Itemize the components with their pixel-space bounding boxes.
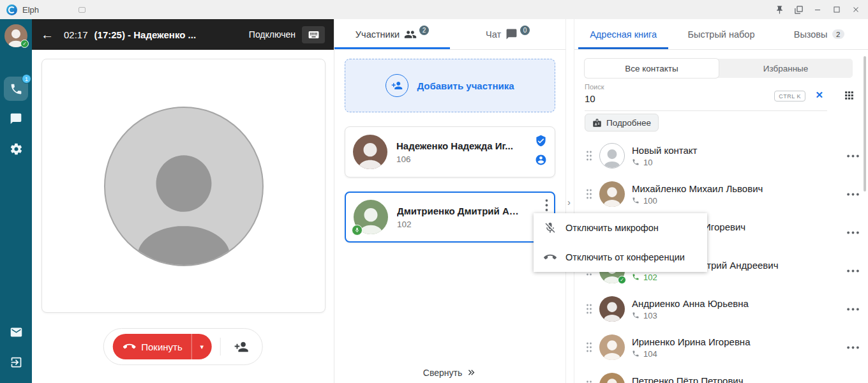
tab-participants-label: Участники	[355, 29, 400, 40]
back-arrow-icon[interactable]: ←	[41, 28, 54, 41]
person-add-icon	[234, 340, 248, 354]
expand-panel-arrow-icon[interactable]: ›	[567, 197, 571, 207]
add-participant-button[interactable]	[229, 334, 253, 359]
call-end-icon	[544, 251, 557, 264]
participants-count-badge: 2	[419, 26, 429, 35]
drag-handle-icon[interactable]	[586, 303, 592, 315]
contact-row[interactable]: Михайленко Михаил Львович 100	[574, 175, 868, 213]
contact-menu-dots-icon[interactable]	[847, 154, 859, 158]
overlay-window-icon[interactable]	[789, 0, 808, 19]
hangup-icon	[123, 340, 135, 353]
collapse-panel-button[interactable]: Свернуть	[334, 367, 565, 378]
phone-icon	[632, 197, 640, 204]
maximize-button[interactable]	[827, 0, 846, 19]
contact-name: Андриенко Анна Юрьевна	[632, 298, 840, 309]
account-circle-icon[interactable]	[535, 154, 547, 166]
calls-tab-badge: 2	[832, 29, 844, 39]
keyboard-icon	[308, 29, 320, 41]
participant-menu-dots-icon[interactable]	[545, 199, 548, 211]
address-book-tabs: Адресная книга Быстрый набор Вызовы 2	[574, 19, 868, 50]
tab-address-book-label: Адресная книга	[590, 29, 657, 40]
drag-handle-icon[interactable]	[586, 150, 592, 161]
contact-row[interactable]: Андриенко Анна Юрьевна 103	[574, 290, 868, 328]
moderator-shield-icon[interactable]	[535, 135, 547, 147]
dialpad-grid-icon[interactable]	[843, 89, 855, 101]
contact-name: Новый контакт	[632, 145, 840, 156]
app-title: Elph	[22, 5, 39, 15]
leave-call-button[interactable]: Покинуть ▾	[112, 334, 212, 359]
contact-avatar	[599, 143, 625, 169]
contact-number: 100	[632, 196, 840, 206]
segment-favorites[interactable]: Избранные	[719, 59, 853, 78]
participant-card[interactable]: Надеженко Надежда Иг... 106	[345, 126, 555, 177]
phone-icon	[632, 350, 640, 357]
menu-item-mute-mic[interactable]: Отключить микрофон	[534, 213, 707, 243]
leave-options-chevron-icon[interactable]: ▾	[191, 334, 212, 359]
leave-call-label: Покинуть	[141, 342, 183, 352]
sidebar: ✓ 1	[0, 19, 32, 383]
menu-item-disconnect[interactable]: Отключить от конференции	[534, 243, 707, 272]
tab-address-book[interactable]: Адресная книга	[574, 19, 672, 49]
participant-card[interactable]: Дмитриенко Дмитрий Ан... 102	[345, 192, 555, 243]
contact-menu-dots-icon[interactable]	[847, 346, 859, 349]
contact-menu-dots-icon[interactable]	[847, 193, 859, 196]
contact-row[interactable]: Новый контакт 10	[574, 137, 868, 175]
segment-all-contacts[interactable]: Все контакты	[585, 59, 719, 78]
contact-number: 103	[632, 311, 840, 320]
tab-chat[interactable]: Чат 0	[450, 19, 565, 49]
search-input[interactable]: Поиск 10 CTRL K ✕	[585, 83, 827, 111]
participants-tabs: Участники 2 Чат 0	[334, 19, 565, 50]
contact-menu-dots-icon[interactable]	[847, 308, 859, 311]
keyboard-button[interactable]	[302, 26, 325, 43]
user-avatar[interactable]: ✓	[4, 24, 27, 47]
sidebar-item-calls[interactable]: 1	[4, 77, 28, 101]
chat-icon	[10, 112, 22, 125]
contact-menu-dots-icon[interactable]	[847, 269, 859, 273]
calls-count-badge: 1	[22, 74, 31, 84]
scrollbar-thumb[interactable]	[864, 56, 866, 192]
contact-avatar	[599, 296, 625, 322]
sidebar-item-logout[interactable]	[4, 350, 28, 374]
add-participant-dropzone[interactable]: Добавить участника	[345, 59, 555, 112]
pin-icon[interactable]	[770, 0, 789, 19]
segment-favorites-label: Избранные	[763, 64, 809, 73]
drag-handle-icon[interactable]	[586, 342, 592, 353]
contact-card-icon	[592, 118, 602, 128]
sidebar-item-chat[interactable]	[4, 107, 28, 131]
tab-speed-dial[interactable]: Быстрый набор	[672, 19, 770, 49]
sidebar-item-mail[interactable]	[4, 320, 28, 344]
mic-off-icon	[544, 222, 557, 234]
tab-calls[interactable]: Вызовы 2	[770, 19, 868, 49]
call-status: Подключен	[249, 29, 296, 40]
controls-divider	[220, 338, 221, 356]
participant-number: 106	[396, 154, 513, 164]
details-button[interactable]: Подробнее	[585, 114, 659, 131]
app-logo-icon	[6, 4, 17, 15]
contacts-filter-segmented: Все контакты Избранные	[585, 59, 853, 78]
call-controls: Покинуть ▾	[103, 328, 263, 365]
participants-panel: Участники 2 Чат 0 Добавить участника	[334, 19, 565, 383]
titlebar-window-icon	[79, 7, 86, 13]
drag-handle-icon[interactable]	[586, 380, 592, 383]
close-button[interactable]	[846, 0, 865, 19]
participant-number: 102	[397, 220, 521, 229]
titlebar: Elph	[0, 0, 868, 19]
menu-item-label: Отключить от конференции	[565, 252, 685, 262]
clear-search-icon[interactable]: ✕	[815, 90, 823, 100]
minimize-button[interactable]	[808, 0, 827, 19]
contact-row[interactable]: Петренко Пётр Петрович	[574, 366, 868, 383]
window-controls	[770, 0, 868, 19]
participant-name: Надеженко Надежда Иг...	[396, 140, 513, 151]
drag-handle-icon[interactable]	[586, 188, 592, 200]
menu-item-label: Отключить микрофон	[565, 223, 659, 233]
double-chevron-right-icon	[466, 367, 477, 378]
tab-participants[interactable]: Участники 2	[334, 19, 450, 49]
phone-icon	[632, 273, 640, 281]
contact-row[interactable]: Ириненко Ирина Игоревна 104	[574, 328, 868, 366]
participant-avatar	[353, 135, 387, 169]
sidebar-item-settings[interactable]	[4, 137, 28, 161]
call-timer: 02:17	[64, 29, 88, 40]
contact-menu-dots-icon[interactable]	[847, 231, 859, 234]
chat-count-badge: 0	[520, 26, 530, 35]
contact-avatar	[599, 334, 625, 360]
